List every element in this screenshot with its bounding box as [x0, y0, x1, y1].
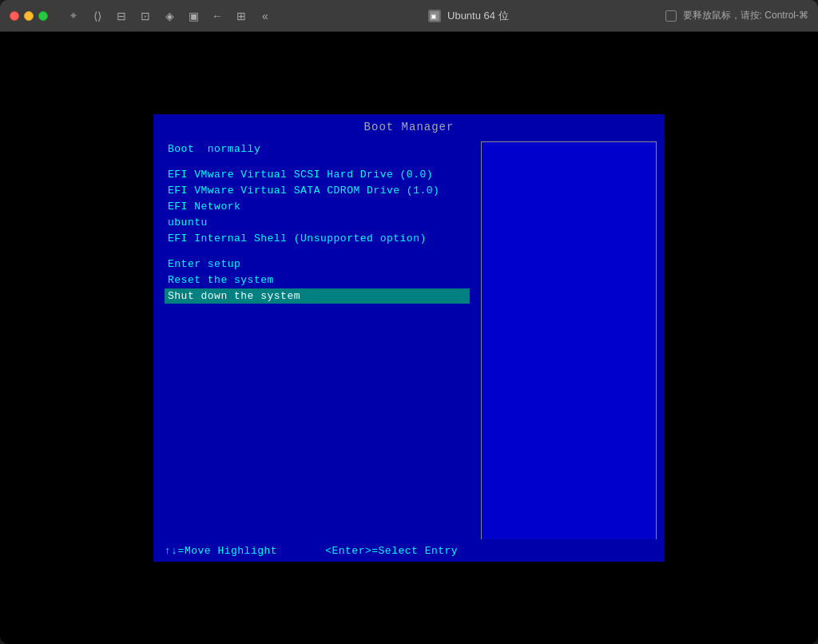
- menu-item-setup[interactable]: Enter setup: [165, 256, 470, 272]
- toolbar-icon-disk[interactable]: ⊟: [115, 10, 128, 22]
- toolbar-icon-camera[interactable]: ▣: [187, 10, 200, 22]
- footer-hint-select: <Enter>=Select Entry: [325, 545, 458, 557]
- main-content: Boot Manager Boot normally EFI VMware Vi…: [0, 32, 818, 644]
- menu-item-sata[interactable]: EFI VMware Virtual SATA CDROM Drive (1.0…: [165, 183, 470, 198]
- footer-hint-move: ↑↓=Move Highlight: [165, 545, 277, 557]
- keyboard-hint: 要释放鼠标，请按: Control-⌘: [683, 9, 808, 22]
- menu-item-network[interactable]: EFI Network: [165, 199, 470, 214]
- menu-item-shell[interactable]: EFI Internal Shell (Unsupported option): [165, 231, 470, 246]
- svg-text:▣: ▣: [431, 13, 437, 20]
- window-title: Ubuntu 64 位: [447, 9, 509, 23]
- menu-item-ubuntu[interactable]: ubuntu: [165, 215, 470, 230]
- maximize-button[interactable]: [38, 11, 48, 21]
- toolbar-icon-grid[interactable]: ⊞: [235, 10, 248, 22]
- close-button[interactable]: [10, 11, 19, 21]
- toolbar-icons: ⌖ ⟨⟩ ⊟ ⊡ ◈ ▣ ← ⊞ «: [67, 10, 272, 22]
- info-panel: [481, 141, 657, 549]
- title-center: ▣ Ubuntu 64 位: [278, 9, 659, 23]
- toolbar-icon-code[interactable]: ⟨⟩: [91, 10, 104, 22]
- traffic-lights: [10, 11, 48, 21]
- title-right: 要释放鼠标，请按: Control-⌘: [665, 9, 808, 22]
- menu-item-reset[interactable]: Reset the system: [165, 272, 470, 288]
- footer-bar: ↑↓=Move Highlight <Enter>=Select Entry: [153, 539, 665, 562]
- toolbar-icon-pointer[interactable]: ⌖: [67, 10, 80, 22]
- toolbar-icon-collapse[interactable]: «: [259, 10, 272, 22]
- vm-icon: ▣: [428, 10, 441, 22]
- window-frame: ⌖ ⟨⟩ ⊟ ⊡ ◈ ▣ ← ⊞ « ▣ Ubuntu 64 位 要释放鼠标，请…: [0, 0, 818, 644]
- bios-screen: Boot Manager Boot normally EFI VMware Vi…: [153, 114, 665, 562]
- minimize-button[interactable]: [24, 11, 34, 21]
- menu-item-shutdown[interactable]: Shut down the system: [165, 288, 470, 304]
- bios-title: Boot Manager: [153, 114, 665, 133]
- toolbar-icon-audio[interactable]: ◈: [163, 10, 176, 22]
- title-bar: ⌖ ⟨⟩ ⊟ ⊡ ◈ ▣ ← ⊞ « ▣ Ubuntu 64 位 要释放鼠标，请…: [0, 0, 818, 32]
- menu-item-boot-normally[interactable]: Boot normally: [165, 141, 470, 157]
- menu-panel: Boot normally EFI VMware Virtual SCSI Ha…: [153, 133, 481, 557]
- menu-item-scsi[interactable]: EFI VMware Virtual SCSI Hard Drive (0.0): [165, 167, 470, 182]
- window-control-btn[interactable]: [665, 10, 677, 22]
- bios-inner: Boot normally EFI VMware Virtual SCSI Ha…: [153, 133, 665, 557]
- toolbar-icon-person[interactable]: ⊡: [139, 10, 152, 22]
- toolbar-icon-back[interactable]: ←: [211, 10, 224, 22]
